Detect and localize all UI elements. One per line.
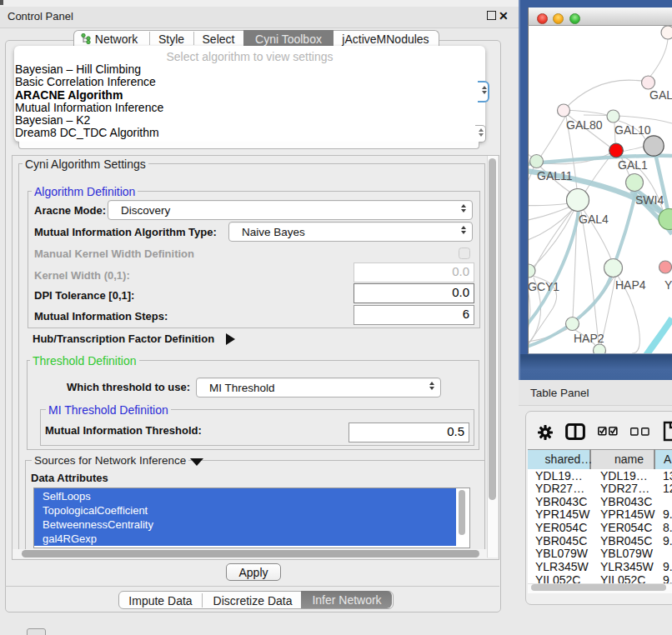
svg-text:GAL80: GAL80 [566,118,603,132]
svg-text:GAL11: GAL11 [537,169,573,182]
svg-text:HAP4: HAP4 [615,278,646,292]
svg-text:HAP2: HAP2 [574,332,604,345]
svg-text:Y: Y [664,278,672,292]
svg-text:GAL10: GAL10 [614,123,651,137]
svg-text:SWI4: SWI4 [635,193,664,207]
svg-text:GCY1: GCY1 [529,280,559,293]
svg-text:GAL7: GAL7 [649,88,672,102]
svg-text:GAL1: GAL1 [618,158,648,172]
svg-text:GAL4: GAL4 [579,212,609,226]
